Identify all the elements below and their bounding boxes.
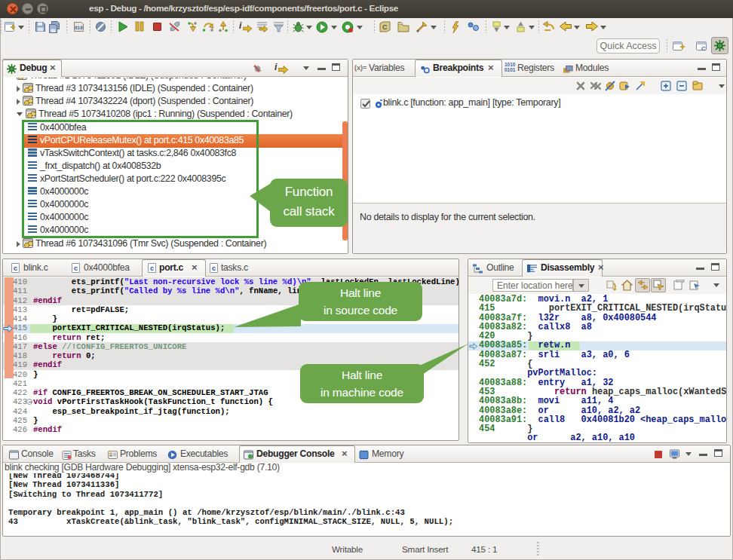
svg-text:C: C [701, 45, 706, 52]
svg-text:C: C [382, 23, 388, 31]
svg-text:010: 010 [75, 25, 83, 30]
